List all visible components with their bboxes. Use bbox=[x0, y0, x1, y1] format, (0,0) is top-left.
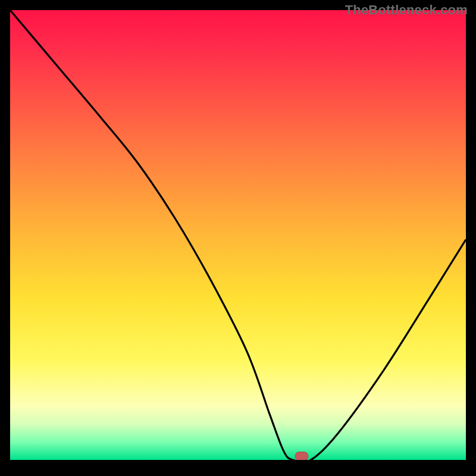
watermark-text: TheBottleneck.com bbox=[345, 2, 468, 18]
plot-area bbox=[10, 10, 466, 460]
bottleneck-curve bbox=[10, 10, 466, 460]
chart-frame: TheBottleneck.com bbox=[0, 0, 476, 476]
optimal-point-marker bbox=[295, 452, 309, 460]
